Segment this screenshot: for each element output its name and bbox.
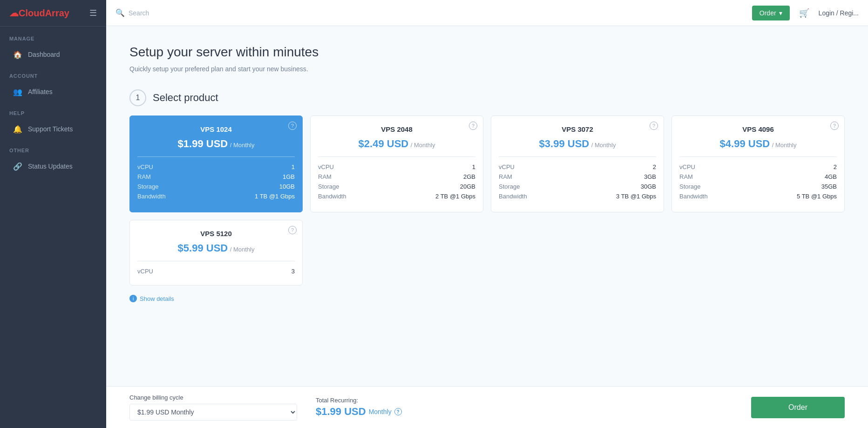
total-help-icon[interactable]: ? (394, 408, 402, 415)
help-icon-vps4096[interactable]: ? (830, 122, 839, 130)
spec-ram-vps4096: RAM 4GB (679, 173, 837, 180)
spec-label-ram: RAM (499, 173, 512, 180)
card-price-vps3072: $3.99 USD (539, 138, 590, 149)
step-number: 1 (129, 89, 146, 106)
spec-label-vcpu: vCPU (499, 163, 515, 170)
total-section: Total Recurring: $1.99 USD Monthly ? (316, 397, 402, 418)
sidebar-section-other: OTHER 🔗 Status Updates (0, 138, 106, 176)
products-grid-row1: ? VPS 1024 $1.99 USD / Monthly vCPU 1 RA… (129, 115, 845, 212)
product-card-vps2048[interactable]: ? VPS 2048 $2.49 USD / Monthly vCPU 1 RA… (310, 115, 483, 212)
spec-label-ram: RAM (318, 173, 332, 180)
order-button[interactable]: Order ▾ (752, 6, 790, 20)
spec-ram-vps1024: RAM 1GB (137, 173, 295, 180)
hamburger-icon[interactable]: ☰ (89, 8, 97, 18)
search-icon: 🔍 (115, 8, 125, 17)
billing-section: Change billing cycle $1.99 USD Monthly $… (129, 394, 297, 421)
card-divider-vps2048 (318, 156, 475, 157)
step-title: Select product (153, 92, 218, 104)
affiliates-icon: 👥 (13, 87, 22, 96)
total-label: Total Recurring: (316, 397, 402, 404)
spec-value-bandwidth: 3 TB @1 Gbps (616, 193, 656, 200)
home-icon: 🏠 (13, 50, 22, 59)
billing-label: Change billing cycle (129, 394, 297, 401)
show-details-link[interactable]: i Show details (129, 295, 845, 302)
page-title: Setup your server within minutes (129, 45, 845, 60)
search-area: 🔍 (115, 8, 745, 17)
spec-label-vcpu: vCPU (318, 163, 334, 170)
spec-label-vcpu: vCPU (137, 268, 153, 275)
card-name-vps1024: VPS 1024 (137, 125, 295, 133)
order-main-button[interactable]: Order (751, 397, 845, 418)
spec-bandwidth-vps3072: Bandwidth 3 TB @1 Gbps (499, 193, 656, 200)
product-card-vps3072[interactable]: ? VPS 3072 $3.99 USD / Monthly vCPU 2 RA… (491, 115, 664, 212)
sidebar-item-label: Status Updates (28, 163, 73, 170)
card-name-vps4096: VPS 4096 (679, 125, 837, 133)
spec-value-vcpu: 1 (292, 163, 295, 170)
sidebar-section-help: HELP 🔔 Support Tickets (0, 101, 106, 138)
help-icon-vps2048[interactable]: ? (469, 122, 477, 130)
card-name-vps5120: VPS 5120 (137, 230, 295, 238)
spec-label-storage: Storage (499, 183, 520, 190)
chevron-down-icon: ▾ (779, 9, 782, 17)
sidebar-item-support[interactable]: 🔔 Support Tickets (4, 120, 102, 138)
total-period: Monthly (369, 408, 392, 415)
account-section-label: ACCOUNT (0, 64, 106, 82)
spec-value-storage: 35GB (821, 183, 837, 190)
billing-cycle-select[interactable]: $1.99 USD Monthly $1.99 USD Quarterly $1… (129, 404, 297, 421)
login-register-link[interactable]: Login / Regi... (819, 9, 859, 17)
spec-label-ram: RAM (679, 173, 693, 180)
product-card-vps5120[interactable]: ? VPS 5120 $5.99 USD / Monthly vCPU 3 (129, 220, 303, 285)
sidebar-item-label: Support Tickets (28, 125, 73, 133)
card-period-vps4096: / Monthly (772, 142, 797, 149)
card-name-vps2048: VPS 2048 (318, 125, 475, 133)
spec-vcpu-vps4096: vCPU 2 (679, 163, 837, 170)
other-section-label: OTHER (0, 138, 106, 157)
topnav-right: Order ▾ 🛒 Login / Regi... (752, 6, 859, 20)
card-price-vps5120: $5.99 USD (178, 242, 228, 254)
product-card-vps4096[interactable]: ? VPS 4096 $4.99 USD / Monthly vCPU 2 RA… (671, 115, 845, 212)
card-divider-vps5120 (137, 261, 295, 261)
status-icon: 🔗 (13, 162, 22, 171)
spec-storage-vps1024: Storage 10GB (137, 183, 295, 190)
spec-vcpu-vps5120: vCPU 3 (137, 268, 295, 275)
search-input[interactable] (129, 9, 222, 17)
spec-label-bandwidth: Bandwidth (137, 193, 166, 200)
total-price-amount: $1.99 USD (316, 406, 366, 418)
card-price-vps2048: $2.49 USD (359, 138, 409, 149)
spec-label-storage: Storage (137, 183, 159, 190)
spec-vcpu-vps1024: vCPU 1 (137, 163, 295, 170)
help-icon-vps5120[interactable]: ? (288, 226, 297, 234)
card-price-vps4096: $4.99 USD (720, 138, 770, 149)
sidebar-item-label: Dashboard (28, 51, 60, 58)
page-subtitle: Quickly setup your prefered plan and sta… (129, 65, 845, 73)
sidebar-item-dashboard[interactable]: 🏠 Dashboard (4, 45, 102, 64)
total-price: $1.99 USD Monthly ? (316, 406, 402, 418)
help-section-label: HELP (0, 101, 106, 120)
spec-value-bandwidth: 5 TB @1 Gbps (797, 193, 837, 200)
topnav: 🔍 Order ▾ 🛒 Login / Regi... (106, 0, 868, 26)
order-label: Order (760, 9, 776, 17)
spec-value-bandwidth: 2 TB @1 Gbps (435, 193, 475, 200)
spec-label-vcpu: vCPU (137, 163, 153, 170)
main-area: 🔍 Order ▾ 🛒 Login / Regi... Setup your s… (106, 0, 868, 428)
bottom-bar: Change billing cycle $1.99 USD Monthly $… (106, 386, 868, 428)
help-icon-vps3072[interactable]: ? (650, 122, 658, 130)
spec-value-ram: 4GB (825, 173, 837, 180)
spec-storage-vps2048: Storage 20GB (318, 183, 475, 190)
card-price-vps1024: $1.99 USD (178, 138, 228, 149)
sidebar-item-affiliates[interactable]: 👥 Affiliates (4, 82, 102, 101)
cart-icon[interactable]: 🛒 (799, 8, 809, 18)
card-divider-vps3072 (499, 156, 656, 157)
help-icon-vps1024[interactable]: ? (288, 122, 297, 130)
step-header: 1 Select product (129, 89, 845, 106)
card-period-vps3072: / Monthly (591, 142, 616, 149)
content-area: Setup your server within minutes Quickly… (106, 26, 868, 428)
sidebar-item-status[interactable]: 🔗 Status Updates (4, 157, 102, 176)
product-card-vps1024[interactable]: ? VPS 1024 $1.99 USD / Monthly vCPU 1 RA… (129, 115, 303, 212)
spec-value-storage: 10GB (279, 183, 295, 190)
spec-value-vcpu: 2 (834, 163, 837, 170)
spec-value-ram: 1GB (283, 173, 295, 180)
spec-vcpu-vps3072: vCPU 2 (499, 163, 656, 170)
spec-value-ram: 2GB (463, 173, 475, 180)
info-icon: i (129, 295, 137, 302)
